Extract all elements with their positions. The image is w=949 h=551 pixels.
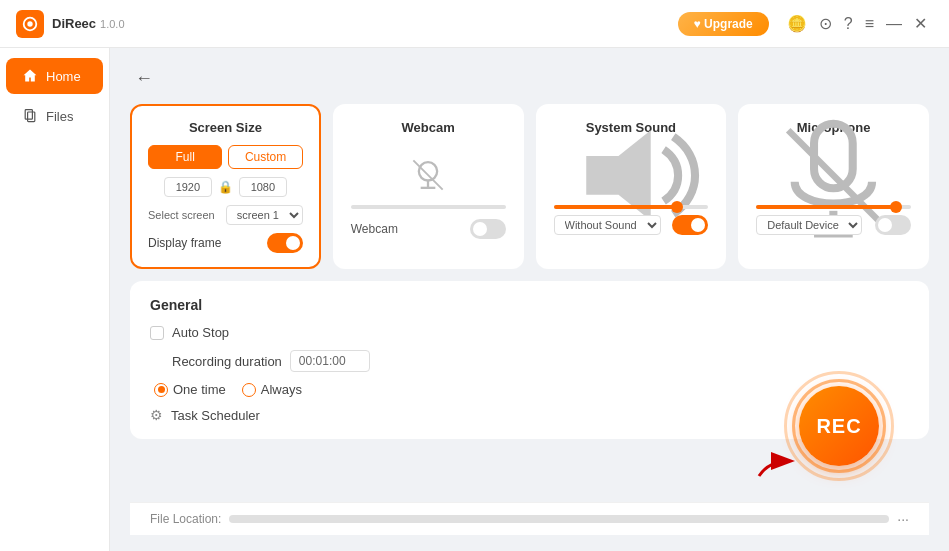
app-version: 1.0.0	[100, 18, 124, 30]
always-radio[interactable]	[242, 383, 256, 397]
select-screen-row: Select screen screen 1	[148, 205, 303, 225]
svg-rect-3	[28, 112, 35, 122]
display-frame-toggle[interactable]	[267, 233, 303, 253]
mic-toggle[interactable]	[875, 215, 911, 235]
sound-icon-area	[554, 145, 709, 205]
webcam-title: Webcam	[351, 120, 506, 135]
rec-button-label: REC	[816, 415, 861, 438]
menu-icon: ≡	[865, 15, 874, 33]
svg-rect-2	[25, 110, 32, 120]
help-icon: ?	[844, 15, 853, 33]
svg-point-4	[419, 162, 437, 180]
size-dimensions: 🔒	[148, 177, 303, 197]
display-frame-label: Display frame	[148, 236, 221, 250]
files-icon	[22, 108, 38, 124]
recording-duration-row: Recording duration	[150, 350, 909, 372]
webcam-svg-icon	[406, 153, 450, 197]
sidebar: Home Files	[0, 48, 110, 551]
file-location-path	[229, 515, 889, 523]
rec-button-area: REC	[784, 371, 894, 481]
duration-input[interactable]	[290, 350, 370, 372]
minimize-button[interactable]: —	[880, 11, 908, 37]
minimize-icon: —	[886, 15, 902, 33]
app-logo	[16, 10, 44, 38]
width-input[interactable]	[164, 177, 212, 197]
sound-slider-fill	[554, 205, 678, 209]
always-radio-item[interactable]: Always	[242, 382, 302, 397]
screen-select[interactable]: screen 1	[226, 205, 303, 225]
file-location-row: File Location: ···	[130, 502, 929, 535]
one-time-label: One time	[173, 382, 226, 397]
webcam-icon-area	[351, 145, 506, 205]
display-frame-row: Display frame	[148, 233, 303, 253]
screen-size-title: Screen Size	[148, 120, 303, 135]
svg-point-1	[27, 21, 32, 26]
webcam-card: Webcam Webcam	[333, 104, 524, 269]
webcam-slider-bar[interactable]	[351, 205, 506, 209]
close-button[interactable]: ✕	[908, 10, 933, 37]
sidebar-item-home[interactable]: Home	[6, 58, 103, 94]
device-select[interactable]: Default Device	[756, 215, 862, 235]
coin-icon: 🪙	[787, 14, 807, 33]
mic-icon-area	[756, 145, 911, 205]
webcam-label: Webcam	[351, 222, 398, 236]
mic-slider-bar[interactable]	[756, 205, 911, 209]
camera-icon: ⊙	[819, 14, 832, 33]
rec-outer-ring: REC	[784, 371, 894, 481]
sound-slider-bar[interactable]	[554, 205, 709, 209]
camera-settings-button[interactable]: ⊙	[813, 10, 838, 37]
back-button[interactable]: ←	[130, 64, 158, 92]
microphone-card: Microphone Default Devi	[738, 104, 929, 269]
webcam-bottom-row: Webcam	[351, 219, 506, 239]
file-location-more-button[interactable]: ···	[897, 511, 909, 527]
titlebar: DiReec 1.0.0 ♥ Upgrade 🪙 ⊙ ? ≡ — ✕	[0, 0, 949, 48]
coin-icon-button[interactable]: 🪙	[781, 10, 813, 37]
sound-select[interactable]: Without Sound	[554, 215, 661, 235]
sidebar-item-files[interactable]: Files	[6, 98, 103, 134]
always-label: Always	[261, 382, 302, 397]
sound-bottom-row: Without Sound	[554, 215, 709, 235]
webcam-toggle[interactable]	[470, 219, 506, 239]
auto-stop-checkbox[interactable]	[150, 326, 164, 340]
custom-tab[interactable]: Custom	[228, 145, 302, 169]
lock-icon: 🔒	[218, 180, 233, 194]
system-sound-card: System Sound Without Sound	[536, 104, 727, 269]
sidebar-item-home-label: Home	[46, 69, 81, 84]
auto-stop-row: Auto Stop	[150, 325, 909, 340]
home-icon	[22, 68, 38, 84]
auto-stop-label: Auto Stop	[172, 325, 229, 340]
height-input[interactable]	[239, 177, 287, 197]
mic-slider-thumb	[890, 201, 902, 213]
task-scheduler-label: Task Scheduler	[171, 408, 260, 423]
screen-size-card: Screen Size Full Custom 🔒 Select screen …	[130, 104, 321, 269]
gear-icon: ⚙	[150, 407, 163, 423]
mic-slider-fill	[756, 205, 895, 209]
mic-bottom-row: Default Device	[756, 215, 911, 235]
menu-button[interactable]: ≡	[859, 11, 880, 37]
full-tab[interactable]: Full	[148, 145, 222, 169]
app-name: DiReec	[52, 16, 96, 31]
file-location-label: File Location:	[150, 512, 221, 526]
system-sound-toggle[interactable]	[672, 215, 708, 235]
select-screen-label: Select screen	[148, 209, 215, 221]
upgrade-button[interactable]: ♥ Upgrade	[678, 12, 769, 36]
rec-middle-ring: REC	[792, 379, 886, 473]
recording-duration-label: Recording duration	[172, 354, 282, 369]
sidebar-item-files-label: Files	[46, 109, 73, 124]
one-time-radio-item[interactable]: One time	[154, 382, 226, 397]
size-tabs: Full Custom	[148, 145, 303, 169]
close-icon: ✕	[914, 14, 927, 33]
general-title: General	[150, 297, 909, 313]
cards-row: Screen Size Full Custom 🔒 Select screen …	[130, 104, 929, 269]
rec-button[interactable]: REC	[799, 386, 879, 466]
help-button[interactable]: ?	[838, 11, 859, 37]
one-time-radio[interactable]	[154, 383, 168, 397]
radio-group: One time Always	[154, 382, 302, 397]
